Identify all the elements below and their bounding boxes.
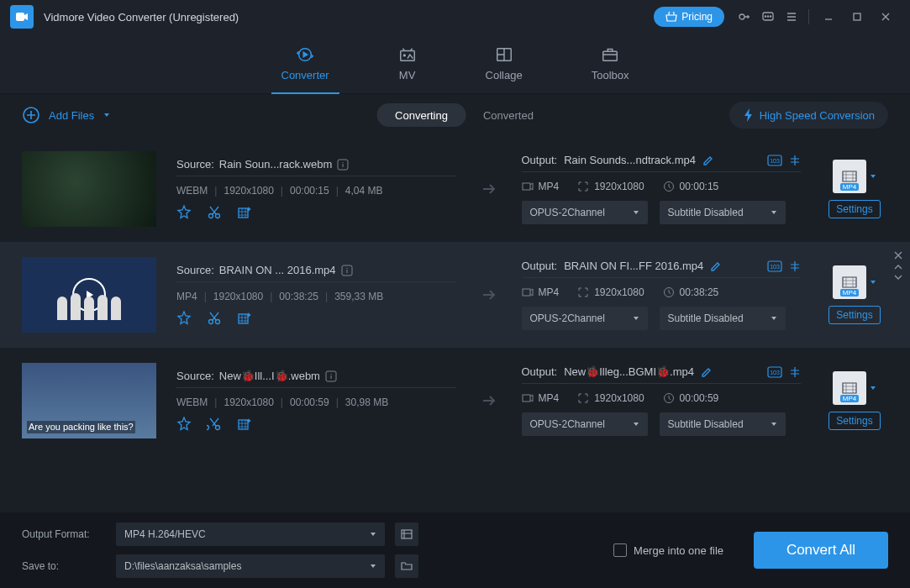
info-icon[interactable] — [341, 265, 353, 276]
source-column: Source: Rain Soun...rack.webm WEBM|1920x… — [176, 158, 456, 220]
split-icon[interactable] — [789, 260, 801, 272]
star-icon[interactable] — [176, 417, 192, 432]
plus-icon — [22, 106, 40, 124]
format-badge: MP4 — [840, 289, 859, 297]
format-icon[interactable]: MP4 — [833, 160, 866, 193]
key-icon[interactable] — [733, 5, 756, 29]
svg-rect-6 — [854, 13, 860, 20]
cut-icon[interactable] — [207, 417, 222, 432]
format-badge: MP4 — [840, 183, 859, 191]
mv-icon — [398, 45, 417, 64]
source-name: New🐞Ill...I🐞.webm — [219, 370, 320, 382]
svg-point-33 — [216, 426, 220, 430]
profile-button[interactable] — [395, 522, 418, 546]
converted-tab[interactable]: Converted — [483, 103, 534, 127]
settings-button[interactable]: Settings — [828, 412, 880, 430]
merge-checkbox[interactable]: Merge into one file — [613, 543, 723, 557]
thumbnail[interactable] — [22, 257, 156, 333]
arrow-icon — [480, 286, 498, 304]
tab-toolbox[interactable]: Toolbox — [587, 34, 634, 93]
svg-rect-16 — [239, 208, 248, 218]
enhance-icon[interactable] — [237, 417, 252, 432]
video-icon — [522, 392, 534, 404]
browse-button[interactable] — [395, 554, 418, 578]
save-to-select[interactable]: D:\files\aanzaksa\samples — [116, 554, 385, 578]
move-down-icon[interactable] — [893, 274, 903, 281]
svg-point-1 — [739, 14, 744, 19]
compress-icon[interactable]: 103 — [767, 260, 782, 272]
convert-all-button[interactable]: Convert All — [754, 532, 888, 569]
compress-icon[interactable]: 103 — [767, 366, 782, 378]
settings-button[interactable]: Settings — [828, 200, 880, 218]
svg-point-14 — [209, 214, 213, 218]
clock-icon — [663, 392, 675, 404]
tab-mv[interactable]: MV — [393, 34, 422, 93]
chevron-down-icon[interactable] — [870, 173, 876, 180]
output-format-select[interactable]: MP4 H.264/HEVC — [116, 522, 385, 546]
edit-icon[interactable] — [710, 260, 722, 272]
chevron-down-icon[interactable] — [870, 385, 876, 391]
edit-icon[interactable] — [702, 155, 714, 166]
chevron-down-icon[interactable] — [870, 279, 876, 286]
divider — [522, 171, 802, 172]
audio-select[interactable]: OPUS-2Channel — [522, 412, 648, 436]
output-label: Output: — [522, 260, 558, 272]
thumbnail[interactable]: Are you packing like this? — [22, 363, 156, 438]
remove-icon[interactable] — [893, 250, 903, 260]
tab-collage[interactable]: Collage — [481, 34, 528, 93]
resolution-icon — [577, 181, 589, 192]
split-icon[interactable] — [789, 366, 801, 378]
cut-icon[interactable] — [207, 311, 222, 326]
divider — [176, 387, 456, 388]
add-files-button[interactable]: Add Files — [22, 106, 111, 124]
app-logo — [10, 5, 34, 29]
footer: Output Format: MP4 H.264/HEVC Save to: D… — [0, 512, 910, 588]
maximize-button[interactable] — [843, 5, 871, 29]
svg-text:103: 103 — [770, 264, 780, 270]
source-tools — [176, 311, 456, 326]
format-icon[interactable]: MP4 — [833, 265, 866, 299]
message-icon[interactable] — [756, 5, 780, 29]
arrow-icon — [480, 391, 498, 410]
subtitle-select[interactable]: Subtitle Disabled — [660, 307, 786, 330]
hsc-label: High Speed Conversion — [760, 109, 875, 122]
audio-select[interactable]: OPUS-2Channel — [522, 307, 648, 330]
source-tools — [176, 205, 456, 220]
status-toggle: Converting Converted — [376, 103, 534, 127]
output-label: Output: — [522, 365, 558, 378]
split-icon[interactable] — [789, 155, 801, 166]
app-title: Vidmore Video Converter (Unregistered) — [44, 11, 654, 24]
source-label: Source: — [176, 370, 214, 382]
cut-icon[interactable] — [207, 205, 222, 220]
star-icon[interactable] — [176, 311, 192, 326]
close-button[interactable] — [871, 5, 900, 29]
enhance-icon[interactable] — [237, 205, 252, 220]
format-icon[interactable]: MP4 — [833, 371, 866, 405]
source-info: MP4|1920x1080|00:38:25|359,33 MB — [176, 291, 456, 302]
audio-select[interactable]: OPUS-2Channel — [522, 201, 648, 224]
star-icon[interactable] — [176, 205, 192, 220]
source-name: BRAIN ON ... 2016.mp4 — [219, 264, 336, 276]
format-block: MP4 Settings — [821, 160, 888, 218]
svg-rect-40 — [402, 530, 412, 538]
tab-converter[interactable]: Converter — [276, 34, 334, 93]
info-icon[interactable] — [337, 159, 349, 171]
subtitle-select[interactable]: Subtitle Disabled — [660, 412, 786, 436]
converting-tab[interactable]: Converting — [376, 103, 466, 127]
subtitle-select[interactable]: Subtitle Disabled — [660, 201, 786, 224]
format-badge: MP4 — [840, 395, 859, 402]
output-format-label: Output Format: — [22, 528, 106, 540]
high-speed-conversion-button[interactable]: High Speed Conversion — [729, 102, 888, 129]
chevron-down-icon — [771, 421, 777, 428]
tab-converter-label: Converter — [281, 69, 329, 81]
settings-button[interactable]: Settings — [828, 306, 880, 324]
info-icon[interactable] — [325, 370, 337, 382]
move-up-icon[interactable] — [893, 264, 903, 270]
pricing-button[interactable]: Pricing — [654, 7, 724, 27]
compress-icon[interactable]: 103 — [767, 155, 782, 166]
edit-icon[interactable] — [701, 366, 713, 378]
thumbnail[interactable] — [22, 151, 156, 227]
menu-icon[interactable] — [780, 5, 803, 29]
minimize-button[interactable] — [814, 5, 843, 29]
enhance-icon[interactable] — [237, 311, 252, 326]
